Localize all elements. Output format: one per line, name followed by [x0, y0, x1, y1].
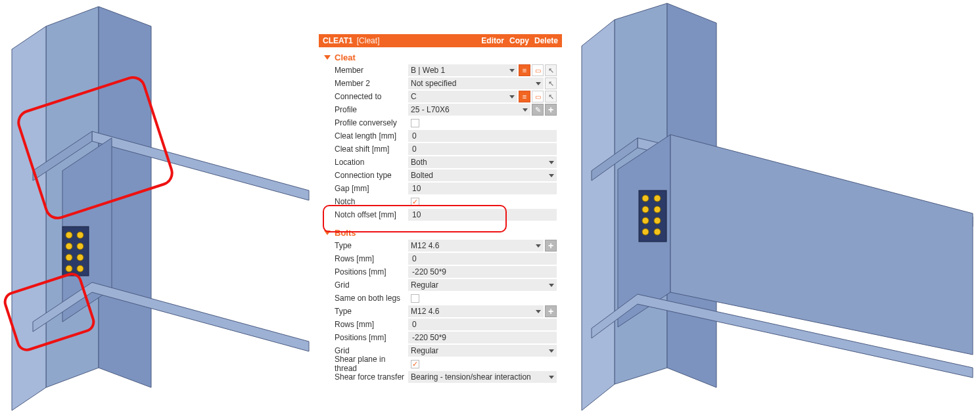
input-pos2[interactable]	[411, 332, 554, 343]
row-shear_thr: Shear plane in thread	[324, 357, 557, 370]
chevron-down-icon	[523, 108, 528, 112]
row-shear_ft: Shear force transferBearing - tension/sh…	[324, 370, 557, 384]
row-gap: Gap [mm]	[324, 182, 557, 195]
row-notch_offset: Notch offset [mm]	[324, 208, 557, 221]
svg-point-29	[642, 206, 649, 213]
input-rows1[interactable]	[411, 254, 554, 264]
label-rows1: Rows [mm]	[324, 254, 408, 263]
checkbox-both_legs[interactable]	[411, 294, 419, 303]
input-notch_offset[interactable]	[411, 210, 554, 220]
dropdown-grid2[interactable]: Regular	[411, 346, 549, 355]
checkbox-profile_conv[interactable]	[411, 119, 419, 127]
label-gap: Gap [mm]	[324, 184, 408, 193]
edit-button[interactable]	[532, 104, 544, 116]
dropdown-profile[interactable]: 25 - L70X6	[411, 105, 523, 114]
chevron-down-icon	[549, 284, 554, 287]
svg-point-13	[77, 254, 83, 261]
dropdown-type2[interactable]: M12 4.6	[411, 307, 536, 316]
checkbox-notch[interactable]	[411, 198, 419, 206]
pick-in-model-button[interactable]	[545, 91, 557, 102]
input-gap[interactable]	[411, 183, 554, 194]
section-cleat-header[interactable]: Cleat	[324, 53, 557, 62]
chevron-down-icon	[549, 349, 554, 353]
row-connected_to: Connected toC	[324, 90, 557, 103]
svg-point-31	[642, 217, 649, 224]
add-button[interactable]	[545, 240, 557, 252]
dropdown-member2[interactable]: Not specified	[411, 79, 536, 88]
input-cleat_length[interactable]	[411, 131, 554, 141]
dropdown-connected_to[interactable]: C	[411, 92, 509, 101]
svg-marker-20	[582, 20, 615, 410]
label-profile_conv: Profile conversely	[324, 118, 408, 127]
label-shear_ft: Shear force transfer	[324, 372, 408, 382]
input-cleat_shift[interactable]	[411, 144, 554, 154]
label-notch_offset: Notch offset [mm]	[324, 210, 408, 219]
svg-point-14	[66, 265, 72, 272]
row-both_legs: Same on both legs	[324, 292, 557, 305]
dropdown-shear_ft[interactable]: Bearing - tension/shear interaction	[411, 372, 549, 382]
input-rows2[interactable]	[411, 319, 554, 330]
row-rows1: Rows [mm]	[324, 252, 557, 265]
row-profile: Profile25 - L70X6	[324, 103, 557, 116]
dropdown-location[interactable]: Both	[411, 158, 549, 167]
label-cleat_length: Cleat length [mm]	[324, 131, 408, 141]
svg-point-9	[77, 232, 83, 238]
add-button[interactable]	[545, 104, 557, 116]
member-frame-button[interactable]	[532, 91, 544, 102]
label-notch: Notch	[324, 197, 408, 206]
svg-point-27	[642, 195, 649, 202]
delete-link[interactable]: Delete	[534, 36, 558, 45]
editor-link[interactable]: Editor	[481, 36, 504, 45]
svg-point-34	[654, 229, 661, 235]
copy-link[interactable]: Copy	[509, 36, 529, 45]
svg-point-32	[654, 217, 661, 224]
label-profile: Profile	[324, 105, 408, 114]
section-bolts-header[interactable]: Bolts	[324, 228, 557, 238]
pick-in-model-button[interactable]	[545, 77, 557, 89]
svg-point-10	[66, 243, 72, 250]
collapse-icon	[324, 55, 331, 60]
label-connected_to: Connected to	[324, 92, 408, 101]
label-pos2: Positions [mm]	[324, 333, 408, 342]
label-location: Location	[324, 158, 408, 167]
label-grid2: Grid	[324, 346, 408, 355]
row-member: MemberB | Web 1	[324, 64, 557, 77]
dropdown-conn_type[interactable]: Bolted	[411, 171, 549, 180]
svg-point-33	[642, 229, 649, 235]
svg-point-15	[77, 265, 83, 272]
member-highlight-button[interactable]	[519, 91, 530, 102]
dropdown-member[interactable]: B | Web 1	[411, 66, 509, 75]
chevron-down-icon	[549, 174, 554, 177]
add-button[interactable]	[545, 305, 557, 317]
panel-header: CLEAT1 [Cleat] Editor Copy Delete	[319, 34, 562, 47]
property-panel: CLEAT1 [Cleat] Editor Copy Delete Cleat …	[319, 34, 562, 385]
row-rows2: Rows [mm]	[324, 318, 557, 331]
row-grid1: GridRegular	[324, 278, 557, 292]
dropdown-type1[interactable]: M12 4.6	[411, 241, 536, 250]
chevron-down-icon	[549, 376, 554, 379]
pick-in-model-button[interactable]	[545, 64, 557, 76]
row-profile_conv: Profile conversely	[324, 116, 557, 129]
svg-marker-2	[12, 26, 46, 410]
label-type2: Type	[324, 307, 408, 316]
model-view-left[interactable]	[0, 0, 314, 419]
member-frame-button[interactable]	[532, 64, 544, 76]
row-pos2: Positions [mm]	[324, 331, 557, 344]
chevron-down-icon	[536, 310, 541, 313]
member-highlight-button[interactable]	[519, 64, 530, 76]
label-grid1: Grid	[324, 280, 408, 290]
row-pos1: Positions [mm]	[324, 265, 557, 278]
svg-point-28	[654, 195, 661, 202]
label-rows2: Rows [mm]	[324, 320, 408, 329]
model-view-right[interactable]	[578, 0, 980, 419]
section-bolts-title: Bolts	[335, 228, 356, 238]
section-cleat-title: Cleat	[335, 53, 356, 62]
label-member2: Member 2	[324, 79, 408, 88]
input-pos1[interactable]	[411, 267, 554, 277]
dropdown-grid1[interactable]: Regular	[411, 280, 549, 290]
chevron-down-icon	[509, 95, 515, 99]
row-notch: Notch	[324, 195, 557, 208]
row-type2: TypeM12 4.6	[324, 305, 557, 318]
svg-point-8	[66, 232, 72, 238]
checkbox-shear_thr[interactable]	[411, 360, 419, 368]
